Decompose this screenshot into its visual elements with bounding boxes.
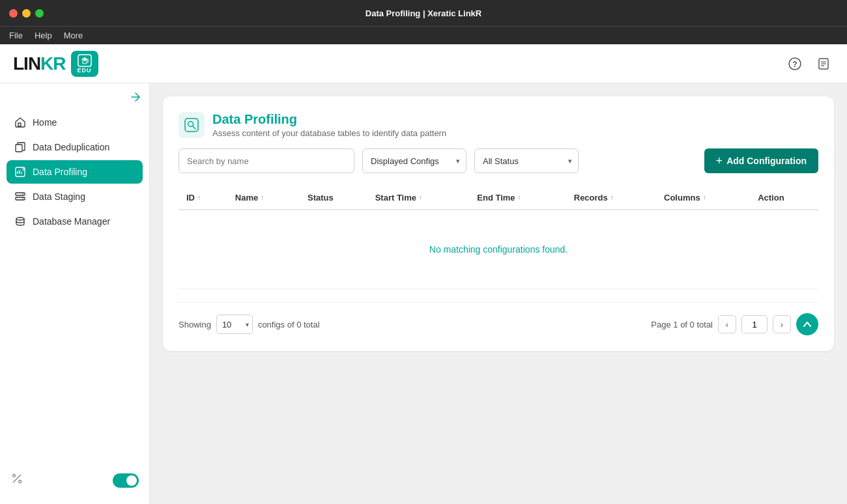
col-end-time: End Time ↑	[469, 186, 566, 210]
graduation-cap-icon	[78, 54, 92, 67]
maximize-button[interactable]	[35, 9, 44, 18]
search-input[interactable]	[179, 148, 354, 173]
chevron-up-icon	[803, 320, 812, 329]
sidebar-item-database-manager[interactable]: Database Manager	[7, 210, 143, 233]
svg-line-20	[13, 475, 21, 483]
sort-end-icon[interactable]: ↑	[518, 194, 521, 201]
add-icon: +	[716, 154, 723, 168]
sidebar-item-data-staging[interactable]: Data Staging	[7, 185, 143, 208]
app-container: LINKR EDU ?	[0, 44, 847, 504]
configs-filter-select[interactable]: Displayed Configs	[362, 148, 467, 173]
prev-page-button[interactable]: ‹	[718, 315, 736, 333]
empty-message: No matching configurations found.	[179, 210, 818, 289]
svg-point-22	[19, 481, 22, 483]
collapse-icon	[130, 91, 141, 103]
menu-file[interactable]: File	[9, 31, 23, 40]
configs-suffix: configs of 0 total	[258, 320, 320, 329]
menu-help[interactable]: Help	[35, 31, 52, 40]
sort-columns-icon[interactable]: ↑	[703, 194, 706, 201]
logo-edu-text: EDU	[78, 68, 92, 74]
col-status: Status	[300, 186, 367, 210]
sidebar-item-home[interactable]: Home	[7, 111, 143, 134]
scroll-top-button[interactable]	[796, 313, 818, 335]
help-icon-button[interactable]: ?	[784, 53, 805, 74]
staging-icon	[14, 191, 26, 203]
showing-text: Showing 10 25 50 100 ▾ configs of 0 tota…	[179, 315, 320, 334]
theme-toggle[interactable]	[113, 473, 139, 488]
window-title: Data Profiling | Xeratic LinkR	[366, 8, 481, 18]
col-start-time: Start Time ↑	[367, 186, 470, 210]
titlebar: Data Profiling | Xeratic LinkR	[0, 0, 847, 26]
per-page-wrapper: 10 25 50 100 ▾	[216, 315, 253, 334]
svg-text:?: ?	[792, 60, 797, 69]
status-filter-select[interactable]: All Status	[474, 148, 579, 173]
status-filter-wrapper: All Status ▾	[474, 148, 579, 173]
table-body: No matching configurations found.	[179, 210, 818, 289]
logo-badge: EDU	[71, 51, 98, 77]
sidebar-item-home-label: Home	[33, 117, 57, 128]
page-info: Page 1 of 0 total ‹ ›	[651, 313, 818, 335]
sidebar-collapse-button[interactable]	[130, 91, 141, 105]
menu-more[interactable]: More	[64, 31, 83, 40]
per-page-select[interactable]: 10 25 50 100	[216, 315, 253, 334]
page-header-text: Data Profiling Assess content of your da…	[212, 112, 446, 138]
document-icon	[817, 57, 830, 70]
svg-rect-9	[16, 145, 22, 152]
col-id: ID ↑	[179, 186, 227, 210]
svg-point-18	[22, 198, 23, 199]
close-button[interactable]	[9, 9, 18, 18]
sidebar-item-staging-label: Data Staging	[33, 191, 85, 202]
svg-rect-23	[185, 119, 198, 132]
question-icon: ?	[788, 57, 801, 70]
col-columns: Columns ↑	[656, 186, 750, 210]
add-configuration-button[interactable]: + Add Configuration	[704, 148, 818, 173]
add-button-label: Add Configuration	[726, 156, 807, 166]
sidebar-item-dbmanager-label: Database Manager	[33, 216, 110, 227]
sidebar: Home Data Deduplication Data Profiling	[0, 83, 150, 504]
page-subtitle: Assess content of your database tables t…	[212, 128, 446, 138]
percent-icon	[10, 472, 23, 488]
search-wrapper	[179, 148, 354, 173]
svg-point-21	[13, 475, 16, 477]
page-header-icon	[179, 112, 205, 138]
table-header: ID ↑ Name ↑	[179, 186, 818, 210]
svg-rect-8	[18, 123, 21, 126]
chart-icon	[14, 166, 26, 178]
configs-filter-wrapper: Displayed Configs ▾	[362, 148, 467, 173]
main-layout: Home Data Deduplication Data Profiling	[0, 83, 847, 504]
logo-text: LINKR	[13, 53, 66, 74]
svg-point-19	[16, 217, 24, 220]
showing-prefix: Showing	[179, 320, 211, 329]
col-action: Action	[750, 186, 818, 210]
sidebar-nav: Home Data Deduplication Data Profiling	[0, 111, 149, 464]
content-area: Data Profiling Assess content of your da…	[150, 83, 847, 504]
col-name: Name ↑	[227, 186, 300, 210]
svg-point-14	[23, 169, 25, 171]
page-info-text: Page 1 of 0 total	[651, 320, 713, 329]
logo: LINKR EDU	[13, 51, 98, 77]
svg-line-25	[193, 126, 196, 130]
main-card: Data Profiling Assess content of your da…	[163, 96, 834, 351]
svg-rect-16	[16, 197, 25, 200]
page-number-input[interactable]	[741, 315, 768, 333]
sort-name-icon[interactable]: ↑	[261, 194, 264, 201]
database-icon	[14, 216, 26, 227]
sidebar-item-data-deduplication[interactable]: Data Deduplication	[7, 135, 143, 159]
page-title: Data Profiling	[212, 112, 446, 127]
data-table: ID ↑ Name ↑	[179, 186, 818, 289]
svg-rect-15	[16, 193, 25, 195]
sidebar-footer	[0, 464, 149, 496]
notes-icon-button[interactable]	[813, 53, 834, 74]
sidebar-item-dedup-label: Data Deduplication	[33, 142, 109, 152]
minimize-button[interactable]	[22, 9, 31, 18]
sort-records-icon[interactable]: ↑	[610, 194, 614, 201]
header-icons: ?	[784, 53, 834, 74]
page-header: Data Profiling Assess content of your da…	[179, 112, 818, 138]
next-page-button[interactable]: ›	[773, 315, 791, 333]
sort-id-icon[interactable]: ↑	[197, 194, 201, 201]
search-data-icon	[184, 118, 199, 132]
menubar: File Help More	[0, 26, 847, 44]
sort-start-icon[interactable]: ↑	[419, 194, 422, 201]
sidebar-item-data-profiling[interactable]: Data Profiling	[7, 160, 143, 184]
copy-icon	[14, 141, 26, 153]
